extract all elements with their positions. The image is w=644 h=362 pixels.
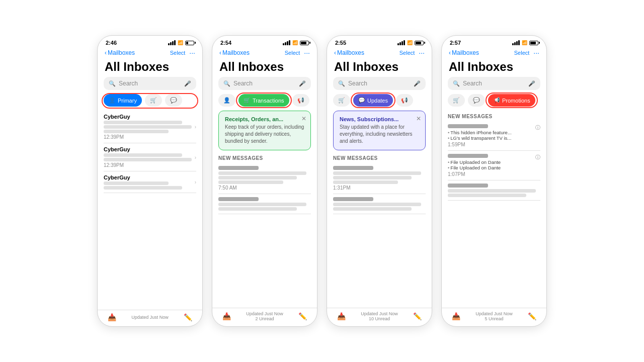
- megaphone-icon-4: 📢: [493, 97, 500, 104]
- mail-item-4b[interactable]: • File Uploaded on Dante • File Uploaded…: [448, 151, 540, 180]
- time-4: 2:57: [450, 40, 461, 46]
- select-button-1[interactable]: Select: [170, 50, 186, 56]
- close-promo-3[interactable]: ✕: [416, 115, 421, 122]
- select-button-2[interactable]: Select: [285, 50, 300, 56]
- time-2a: 7:50 AM: [218, 185, 311, 191]
- bar2-1: [283, 43, 284, 45]
- tab-promotions-4[interactable]: 📢 Promotions: [488, 94, 535, 107]
- cart-icon-1: 🛒: [150, 97, 157, 104]
- mic-icon-1: 🎤: [184, 80, 191, 87]
- preview-4c: [448, 189, 540, 197]
- search-bar-1[interactable]: 🔍 Search 🎤: [104, 77, 196, 90]
- signal-4: [512, 40, 520, 45]
- compose-icon-4[interactable]: ✏️: [528, 312, 536, 320]
- mail-item-4a[interactable]: • This hidden iPhone feature... • LG's w…: [448, 121, 540, 151]
- back-label-4[interactable]: Mailboxes: [452, 49, 479, 56]
- sender-name-1a: CyberGuy: [104, 114, 130, 120]
- back-button-1[interactable]: ‹ Mailboxes: [105, 49, 135, 56]
- tab-transactions-2[interactable]: 🛒 Transactions: [238, 94, 289, 107]
- status-icons-2: 📶: [283, 40, 309, 45]
- section-label-3: NEW MESSAGES: [333, 155, 426, 161]
- signal-2: [283, 40, 290, 45]
- tab-updates-1[interactable]: 💬: [165, 94, 182, 107]
- back-button-3[interactable]: ‹ Mailboxes: [334, 49, 364, 56]
- time-1: 2:46: [106, 40, 117, 46]
- detail-text-4b-2: File Uploaded on Dante: [450, 165, 501, 170]
- more-button-2[interactable]: ···: [304, 49, 310, 57]
- time-3a: 1:31PM: [333, 185, 426, 191]
- update-label-2: Updated Just Now: [246, 311, 283, 316]
- sender-blur-2a: [218, 166, 259, 170]
- detail-4b-2: • File Uploaded on Dante: [448, 165, 501, 170]
- tab-updates-3[interactable]: 💬 Updates: [353, 94, 393, 107]
- compose-icon-1[interactable]: ✏️: [184, 313, 192, 321]
- mailbox-icon-1[interactable]: 📥: [108, 313, 116, 321]
- time-4a: 1:59PM: [448, 142, 540, 147]
- bar4-4: [518, 40, 520, 45]
- content-2: ✕ Receipts, Orders, an... Keep track of …: [212, 111, 317, 306]
- megaphone-icon-3: 📢: [401, 97, 408, 104]
- preview-1c: [104, 182, 196, 190]
- battery-1: [185, 41, 194, 45]
- mail-item-1b[interactable]: CyberGuy › 12:39PM: [104, 143, 196, 171]
- tab-more-3[interactable]: 📢: [396, 94, 413, 107]
- preview-2a-3: [218, 180, 283, 184]
- chevron-1c: ›: [195, 179, 196, 185]
- tab-updates-2[interactable]: 📢: [292, 94, 309, 107]
- phone-4: 2:57 📶 ‹ Mailboxes Select: [441, 35, 547, 327]
- mail-item-1a[interactable]: CyberGuy › 12:39PM: [104, 111, 196, 143]
- select-button-3[interactable]: Select: [399, 50, 415, 56]
- content-3: ✕ News, Subscriptions... Stay updated wi…: [327, 111, 432, 306]
- mail-item-4c[interactable]: [448, 180, 540, 201]
- back-button-2[interactable]: ‹ Mailboxes: [219, 49, 250, 56]
- mail-item-3a[interactable]: 1:31PM: [333, 163, 426, 194]
- sender-name-1c: CyberGuy: [104, 174, 130, 180]
- search-bar-2[interactable]: 🔍 Search 🎤: [218, 77, 311, 90]
- preview-line-3: [104, 130, 169, 133]
- mailbox-icon-2[interactable]: 📥: [222, 312, 231, 320]
- time-1a: 12:39PM: [104, 134, 196, 140]
- mailbox-icon-4[interactable]: 📥: [452, 312, 460, 320]
- detail-text-4b-1: File Uploaded on Dante: [450, 159, 501, 165]
- back-label-2[interactable]: Mailboxes: [222, 49, 250, 56]
- tab-updates-4[interactable]: 💬: [468, 94, 485, 107]
- bottom-bar-2: 📥 Updated Just Now 2 Unread ✏️: [212, 308, 317, 326]
- more-button-4[interactable]: ···: [533, 49, 539, 57]
- search-icon-3: 🔍: [338, 80, 345, 87]
- preview-1a: [104, 121, 196, 133]
- search-bar-4[interactable]: 🔍 Search 🎤: [448, 77, 540, 90]
- search-placeholder-3: Search: [348, 80, 411, 87]
- search-bar-3[interactable]: 🔍 Search 🎤: [333, 77, 426, 90]
- close-promo-2[interactable]: ✕: [301, 115, 306, 122]
- compose-icon-3[interactable]: ✏️: [413, 312, 422, 320]
- tab-transactions-1[interactable]: 🛒: [145, 94, 162, 107]
- more-button-1[interactable]: ···: [189, 49, 195, 57]
- more-button-3[interactable]: ···: [419, 49, 425, 57]
- section-label-4: NEW MESSAGES: [448, 114, 540, 119]
- tab-transactions-3[interactable]: 🛒: [333, 94, 350, 107]
- tab-person-2[interactable]: 👤: [218, 94, 235, 107]
- mail-item-2a[interactable]: 7:50 AM: [218, 163, 311, 194]
- mail-item-3b[interactable]: [333, 194, 426, 214]
- bar4-3: [516, 41, 518, 45]
- preview-2b-1: [218, 203, 306, 206]
- signal-1: [168, 40, 176, 45]
- phone-3: 2:55 📶 ‹ Mailboxes Select: [327, 35, 432, 327]
- compose-icon-2[interactable]: ✏️: [298, 312, 307, 320]
- back-label-1[interactable]: Mailboxes: [108, 49, 135, 56]
- mail-item-1c[interactable]: CyberGuy ›: [104, 171, 196, 193]
- tab-transactions-4[interactable]: 🛒: [448, 94, 465, 107]
- preview-3b-1: [333, 203, 421, 206]
- mail-item-2b[interactable]: [218, 194, 311, 214]
- back-button-4[interactable]: ‹ Mailboxes: [449, 49, 479, 56]
- nav-bar-3: ‹ Mailboxes Select ···: [327, 48, 432, 59]
- nav-actions-1: Select ···: [170, 49, 195, 57]
- back-label-3[interactable]: Mailboxes: [337, 49, 364, 56]
- select-button-4[interactable]: Select: [514, 50, 530, 56]
- promo-title-3: News, Subscriptions...: [340, 116, 419, 122]
- mailbox-icon-3[interactable]: 📥: [337, 312, 346, 320]
- tabs-area-4: 🛒 💬 📢 Promotions: [442, 94, 546, 111]
- tab-primary-1[interactable]: 👤 Primary: [104, 94, 142, 107]
- unread-count-3: 10 Unread: [361, 316, 398, 321]
- nav-bar-2: ‹ Mailboxes Select ···: [212, 48, 317, 59]
